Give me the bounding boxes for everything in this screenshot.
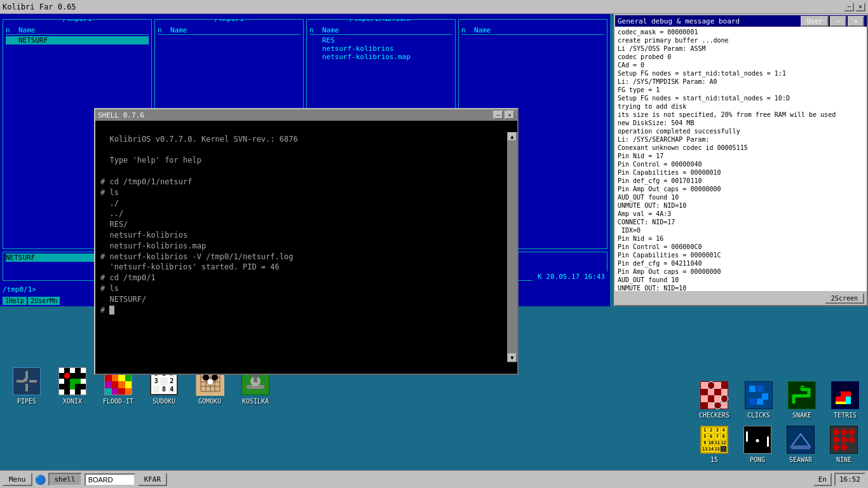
svg-point-19 [212,374,218,381]
right-icons-row2: 1 2 3 4 5 6 7 8 9 10 11 12 13 14 15 [693,422,865,466]
right-file-netsurf-kolibrios[interactable]: netsurf-kolibrios [309,44,452,53]
left-col-n: n [6,26,18,34]
mid-panel-title: /tmp0/1 [212,19,246,23]
icon-sudoku-label: SUDOKU [153,398,175,405]
fkey-2-usermn[interactable]: 2UserMn [28,297,60,305]
svg-rect-3 [25,384,28,391]
debug-content: codec_mask = 00000001 create primary buf… [615,27,867,291]
svg-rect-1 [17,380,24,383]
svg-rect-31 [757,386,763,392]
icon-xonix[interactable]: XONIX [51,363,94,407]
shell-content: KolibriOS v0.7.7.0. Kernel SVN-rev.: 687… [95,121,507,351]
right-panel-content: n Name RES netsurf-kolibrios netsurf-kol… [307,25,455,62]
title-bar: Kolibri Far 0.65 − × [0,0,868,14]
icon-nine[interactable]: NINE [822,422,865,466]
fourth-col-name: Name [474,26,604,34]
icon-clicks-label: CLICKS [747,412,770,419]
debug-screen-btn[interactable]: 2Screen [825,293,864,304]
debug-user-btn[interactable]: User [801,16,829,27]
svg-rect-28 [791,445,810,449]
svg-rect-4 [29,380,37,383]
left-file-netsurf[interactable]: NETSURF [6,36,149,44]
fourth-col-n: n [461,26,474,34]
icon-checkers-label: CHECKERS [699,412,729,419]
app-title: Kolibri Far 0.65 [3,3,76,11]
icon-pong-label: PONG [750,456,765,463]
debug-min-btn[interactable]: − [830,16,846,27]
debug-close-btn[interactable]: × [848,16,864,27]
svg-rect-46 [836,402,846,404]
mid-col-n: n [158,26,170,34]
lang-button[interactable]: En [813,473,832,486]
icon-snake-label: SNAKE [792,412,811,419]
icon-checkers[interactable]: CHECKERS [693,377,736,421]
svg-rect-42 [841,391,846,396]
right-col-n: n [309,26,322,34]
top-right-icons: CLICKS SNAKE [737,377,867,421]
icon-xonix-label: XONIX [63,398,82,405]
shell-min-btn[interactable]: − [493,111,503,119]
icon-nine-label: NINE [836,456,851,463]
mid-panel-content: n Name [155,25,303,37]
right-icons-col1: CHECKERS [693,377,736,421]
svg-rect-34 [757,398,763,405]
shell-taskbar-btn[interactable]: shell [48,473,82,486]
svg-rect-45 [846,402,851,404]
svg-rect-44 [846,396,851,402]
fkey-1-help[interactable]: 1Help [3,297,27,305]
debug-bottom: 2Screen [615,291,867,305]
left-col-name: Name [18,26,149,34]
timestamp: K 20.05.17 16:43 [532,271,610,282]
close-button[interactable]: × [855,3,865,11]
main-area: /tmp0/1 n Name NETSURF /tmp0/1 [0,14,868,488]
scroll-down-btn[interactable]: ▼ [508,353,517,362]
icon-pipes-label: PIPES [17,398,36,405]
svg-rect-43 [846,391,851,396]
icon-flood-label: FLOOD-IT [103,398,133,405]
icon-gomoku-label: GOMOKU [198,398,221,405]
svg-point-37 [801,387,802,388]
shell-close-btn[interactable]: × [505,111,515,119]
icon-snake[interactable]: SNAKE [780,377,824,421]
svg-point-36 [800,386,805,391]
debug-title: General debug & message board [618,17,740,25]
right-panel-title: /tmp0/1/NETSURF [347,19,415,23]
fourth-panel-content: n Name [459,25,607,37]
menu-button[interactable]: Menu [3,473,32,486]
icon-15-label: 15 [710,456,718,463]
bluetooth-icon[interactable]: 🔵 [35,475,46,485]
icon-pipes[interactable]: PIPES [5,363,48,407]
debug-title-bar: General debug & message board User − × [615,15,867,27]
mid-col-headers: n Name [158,26,301,35]
icon-15[interactable]: 1 2 3 4 5 6 7 8 9 10 11 12 13 14 15 [693,422,736,466]
svg-point-5 [24,378,27,382]
taskbar: Menu 🔵 shell KFAR En 16:52 [0,470,868,488]
icon-tetris-label: TETRIS [834,412,857,419]
svg-rect-40 [836,396,841,402]
right-col-headers: n Name [309,26,452,35]
left-col-headers: n Name [6,26,149,35]
right-col-name: Name [322,26,452,34]
left-panel-title: /tmp0/1 [60,19,94,23]
svg-rect-33 [749,398,756,405]
right-file-netsurf-map[interactable]: netsurf-kolibrios.map [309,53,452,61]
svg-rect-2 [25,371,28,379]
taskbar-search-input[interactable] [85,473,135,486]
kfar-taskbar-btn[interactable]: KFAR [138,473,168,486]
shell-window: SHELL 0.7.6 − × KolibriOS v0.7.7.0. Kern… [94,108,519,375]
path-text: /tmp0/1> [3,285,36,294]
shell-scrollbar: ▲ ▼ [507,132,517,362]
scroll-up-btn[interactable]: ▲ [508,132,517,141]
icon-seawar-label: SEAWAR [789,456,812,463]
right-file-res[interactable]: RES [309,36,452,44]
left-panel-content: n Name NETSURF [3,25,151,46]
icon-tetris[interactable]: TETRIS [824,377,867,421]
icon-clicks[interactable]: CLICKS [737,377,780,421]
icon-pong[interactable]: PONG [736,422,779,466]
minimize-button[interactable]: − [844,3,854,11]
spacer9 [646,363,689,407]
icon-seawar[interactable]: SEAWAR [779,422,822,466]
mid-col-name: Name [170,26,301,34]
shell-title-bar: SHELL 0.7.6 − × [95,109,517,121]
taskbar-time: 16:52 [834,473,865,486]
